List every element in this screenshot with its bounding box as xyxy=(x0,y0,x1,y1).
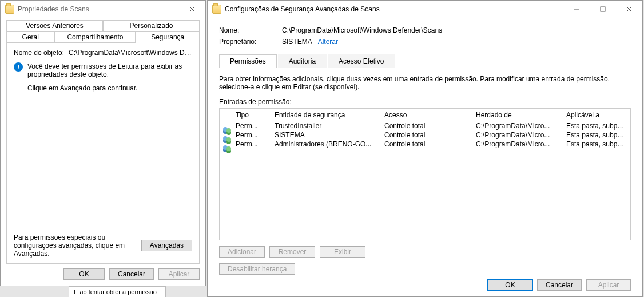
info-icon: i xyxy=(14,62,23,72)
titlebar[interactable]: Configurações de Segurança Avançadas de … xyxy=(208,1,642,18)
disable-inheritance-button: Desabilitar herança xyxy=(219,263,295,275)
col-tipo[interactable]: Tipo xyxy=(236,111,275,119)
permissions-table[interactable]: Tipo Entidade de segurança Acesso Herdad… xyxy=(219,108,631,240)
col-aplicavel[interactable]: Aplicável a xyxy=(566,111,627,119)
minimize-icon[interactable] xyxy=(563,1,590,18)
cell-entidade: TrustedInstaller xyxy=(275,122,384,130)
info-text-2: Clique em Avançado para continuar. xyxy=(27,84,192,92)
cell-tipo: Perm... xyxy=(236,131,275,139)
add-button: Adicionar xyxy=(219,246,265,258)
change-owner-link[interactable]: Alterar xyxy=(318,38,338,46)
remove-button: Remover xyxy=(269,246,315,258)
cell-acesso: Controle total xyxy=(384,140,476,148)
window-title: Propriedades de Scans xyxy=(18,5,179,13)
cell-herdado: C:\ProgramData\Micro... xyxy=(476,131,566,139)
tab-strip: Permissões Auditoria Acesso Efetivo xyxy=(219,54,631,68)
info-text-1: Você deve ter permissões de Leitura para… xyxy=(27,62,192,78)
tab-compartilhamento[interactable]: Compartilhamento xyxy=(55,31,136,43)
table-row[interactable]: Perm...Administradores (BRENO-GO...Contr… xyxy=(220,140,630,149)
cell-aplicavel: Esta pasta, subpastas e arquivos xyxy=(566,140,627,148)
tab-permissoes[interactable]: Permissões xyxy=(219,54,277,68)
col-entidade[interactable]: Entidade de segurança xyxy=(275,111,384,119)
folder-icon xyxy=(212,5,221,14)
cell-acesso: Controle total xyxy=(384,122,476,130)
tab-versoes-anteriores[interactable]: Versões Anteriores xyxy=(6,20,103,31)
table-row[interactable]: Perm...TrustedInstallerControle totalC:\… xyxy=(220,121,630,130)
cell-aplicavel: Esta pasta, subpastas e arquivos xyxy=(566,122,627,130)
name-value: C:\ProgramData\Microsoft\Windows Defende… xyxy=(282,26,442,34)
advanced-security-window: Configurações de Segurança Avançadas de … xyxy=(207,0,643,297)
advanced-label: Para permissões especiais ou configuraçõ… xyxy=(14,233,136,258)
table-row[interactable]: Perm...SISTEMAControle totalC:\ProgramDa… xyxy=(220,130,630,140)
cancel-button[interactable]: Cancelar xyxy=(109,268,154,280)
maximize-icon[interactable] xyxy=(590,1,616,18)
cell-herdado: C:\ProgramData\Micro... xyxy=(476,140,566,148)
svg-rect-0 xyxy=(601,7,605,11)
tab-seguranca[interactable]: Segurança xyxy=(136,31,200,43)
cancel-button[interactable]: Cancelar xyxy=(537,279,582,291)
apply-button: Aplicar xyxy=(586,279,631,291)
cell-tipo: Perm... xyxy=(236,122,275,130)
owner-value: SISTEMA xyxy=(282,38,312,46)
ok-button[interactable]: OK xyxy=(488,279,532,291)
background-snippet: E ao tentar obter a permissão xyxy=(69,286,166,297)
view-button: Exibir xyxy=(320,246,365,258)
tab-acesso-efetivo[interactable]: Acesso Efetivo xyxy=(328,54,395,68)
object-name-label: Nome do objeto: xyxy=(14,49,64,57)
tab-geral[interactable]: Geral xyxy=(6,31,55,43)
table-header: Tipo Entidade de segurança Acesso Herdad… xyxy=(220,109,630,121)
instructions-text: Para obter informações adicionais, cliqu… xyxy=(219,75,631,91)
titlebar[interactable]: Propriedades de Scans xyxy=(1,1,205,18)
object-name-value: C:\ProgramData\Microsoft\Windows Defende… xyxy=(69,49,192,57)
cell-herdado: C:\ProgramData\Micro... xyxy=(476,122,566,130)
folder-icon xyxy=(5,5,14,14)
tab-personalizado[interactable]: Personalizado xyxy=(103,20,200,31)
cell-acesso: Controle total xyxy=(384,131,476,139)
cell-entidade: Administradores (BRENO-GO... xyxy=(275,140,384,148)
col-herdado[interactable]: Herdado de xyxy=(476,111,566,119)
permissions-list-label: Entradas de permissão: xyxy=(219,98,631,106)
cell-tipo: Perm... xyxy=(236,140,275,148)
owner-label: Proprietário: xyxy=(219,38,282,46)
cell-aplicavel: Esta pasta, subpastas e arquivos xyxy=(566,131,627,139)
apply-button: Aplicar xyxy=(158,268,200,280)
close-icon[interactable] xyxy=(179,1,205,18)
advanced-button[interactable]: Avançadas xyxy=(141,240,192,251)
properties-window: Propriedades de Scans Versões Anteriores… xyxy=(0,0,206,286)
cell-entidade: SISTEMA xyxy=(275,131,384,139)
tab-pane-seguranca: Nome do objeto: C:\ProgramData\Microsoft… xyxy=(6,42,200,264)
name-label: Nome: xyxy=(219,26,282,34)
window-title: Configurações de Segurança Avançadas de … xyxy=(225,5,563,13)
close-icon[interactable] xyxy=(616,1,642,18)
tab-strip: Versões Anteriores Personalizado Geral C… xyxy=(6,20,200,43)
ok-button[interactable]: OK xyxy=(63,268,105,280)
tab-auditoria[interactable]: Auditoria xyxy=(278,54,327,68)
col-acesso[interactable]: Acesso xyxy=(384,111,476,119)
